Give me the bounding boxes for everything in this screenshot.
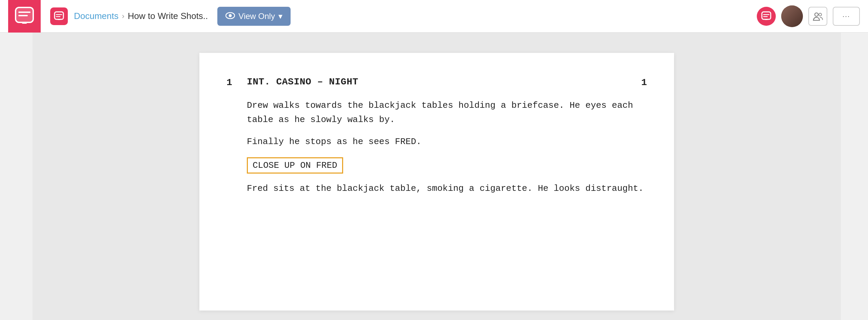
action-paragraph-3: Fred sits at the blackjack table, smokin… xyxy=(247,182,647,196)
scene-number-left: 1 xyxy=(226,77,247,88)
people-button[interactable] xyxy=(808,7,827,26)
sidebar-left xyxy=(0,33,33,320)
chat-button[interactable] xyxy=(757,7,776,26)
doc-icon-button[interactable] xyxy=(50,7,68,25)
breadcrumb-documents-link[interactable]: Documents xyxy=(74,11,119,21)
scene-number-right: 1 xyxy=(641,77,647,88)
chevron-down-icon: ▾ xyxy=(278,12,282,21)
breadcrumb-current-doc: How to Write Shots.. xyxy=(128,11,208,21)
eye-icon xyxy=(225,12,235,21)
people-icon xyxy=(813,12,823,21)
script-page: 1 INT. CASINO – NIGHT 1 Drew walks towar… xyxy=(199,53,674,311)
shot-direction-highlight: CLOSE UP ON FRED xyxy=(247,157,647,182)
action-paragraph-1: Drew walks towards the blackjack tables … xyxy=(247,99,647,127)
avatar[interactable] xyxy=(781,5,803,27)
logo-box xyxy=(8,0,41,33)
sidebar-right xyxy=(841,33,868,320)
logo-icon xyxy=(15,7,34,26)
svg-point-10 xyxy=(229,14,232,17)
svg-rect-11 xyxy=(762,12,771,19)
app-header: Documents › How to Write Shots.. View On… xyxy=(0,0,868,33)
avatar-image xyxy=(781,5,803,27)
header-right-controls: ··· xyxy=(757,5,860,27)
view-only-label: View Only xyxy=(238,12,275,21)
breadcrumb-separator: › xyxy=(122,12,124,21)
scene-heading-row: 1 INT. CASINO – NIGHT 1 xyxy=(226,77,647,88)
shot-direction-text: CLOSE UP ON FRED xyxy=(247,157,343,174)
more-label: ··· xyxy=(843,12,850,20)
svg-point-16 xyxy=(819,13,822,16)
content-area: 1 INT. CASINO – NIGHT 1 Drew walks towar… xyxy=(33,33,841,320)
breadcrumb: Documents › How to Write Shots.. xyxy=(74,11,208,21)
more-button[interactable]: ··· xyxy=(833,7,860,26)
main-area: 1 INT. CASINO – NIGHT 1 Drew walks towar… xyxy=(0,33,868,320)
scene-heading: INT. CASINO – NIGHT xyxy=(247,77,641,87)
svg-rect-5 xyxy=(55,12,63,19)
script-content: Drew walks towards the blackjack tables … xyxy=(226,99,647,196)
comment-icon xyxy=(54,11,64,21)
view-only-button[interactable]: View Only ▾ xyxy=(217,7,291,26)
action-paragraph-2: Finally he stops as he sees FRED. xyxy=(247,135,647,149)
svg-point-15 xyxy=(815,13,818,16)
chat-icon xyxy=(761,11,771,21)
